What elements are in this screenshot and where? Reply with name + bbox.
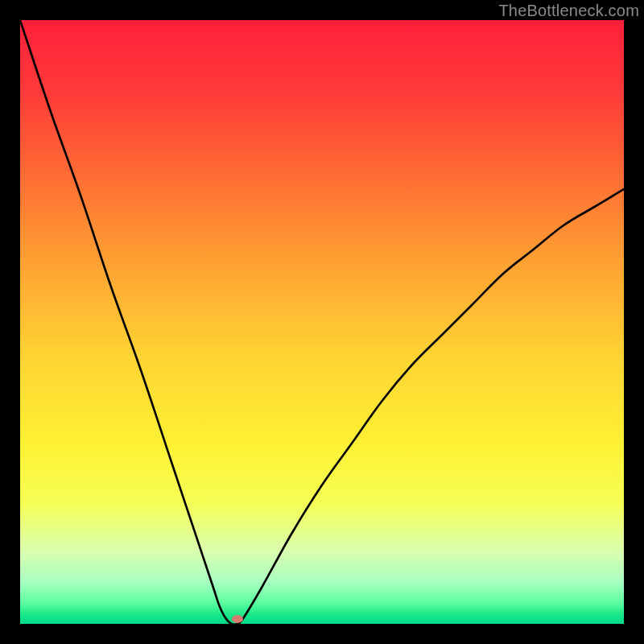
curve-layer (20, 20, 624, 624)
watermark-text: TheBottleneck.com (498, 2, 639, 20)
chart-frame: TheBottleneck.com (0, 0, 644, 644)
optimum-marker-icon (232, 615, 243, 623)
plot-area (20, 20, 624, 624)
bottleneck-curve (20, 20, 624, 624)
